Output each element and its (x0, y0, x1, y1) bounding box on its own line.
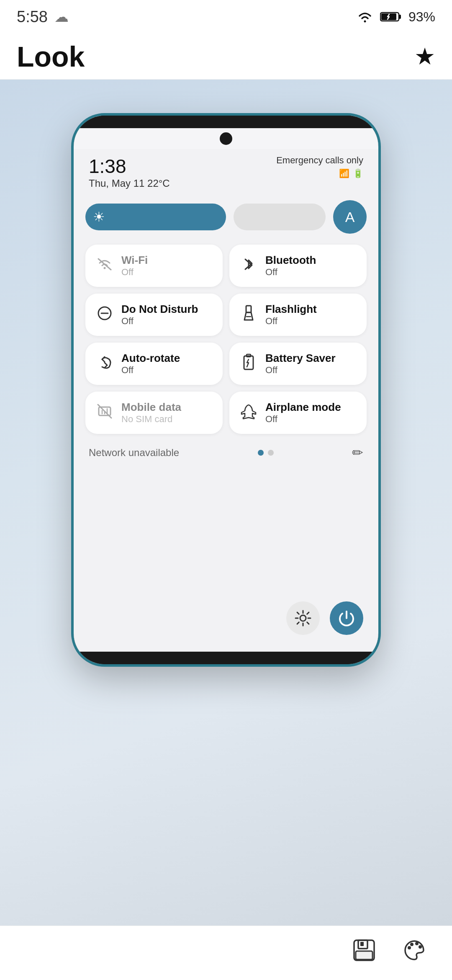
screen-spacer (74, 467, 378, 593)
brightness-row[interactable]: ☀ A (74, 193, 378, 240)
brightness-auto-button[interactable]: A (333, 200, 367, 234)
page-dot-active (258, 450, 264, 456)
svg-point-20 (419, 945, 422, 949)
wifi-tile-status: Off (121, 267, 148, 278)
svg-rect-6 (246, 306, 251, 312)
dnd-tile-text: Do Not Disturb Off (121, 303, 198, 327)
edit-icon[interactable]: ✏ (352, 445, 363, 461)
wifi-tile-icon (95, 258, 114, 274)
wifi-tile-text: Wi-Fi Off (121, 254, 148, 278)
brightness-sun-icon: ☀ (93, 209, 105, 225)
app-header: Look ★ (0, 34, 452, 80)
airplane-tile[interactable]: Airplane mode Off (229, 392, 367, 434)
mobile-data-tile-status: No SIM card (121, 414, 181, 425)
dnd-tile-status: Off (121, 316, 198, 327)
bluetooth-tile-status: Off (265, 267, 316, 278)
svg-point-17 (408, 946, 411, 949)
bluetooth-tile[interactable]: Bluetooth Off (229, 245, 367, 287)
phone-time: 1:38 (89, 155, 170, 178)
airplane-tile-text: Airplane mode Off (265, 401, 341, 425)
wifi-tile-label: Wi-Fi (121, 254, 148, 267)
battery-percent: 93% (408, 9, 435, 25)
phone-status-bar: 1:38 Thu, May 11 22°C Emergency calls on… (74, 149, 378, 193)
page-indicator (258, 450, 274, 456)
flashlight-tile-icon (239, 305, 258, 325)
star-icon[interactable]: ★ (414, 43, 435, 70)
status-bar: 5:58 ☁ 93% (0, 0, 452, 34)
phone-bottom-buttons (74, 593, 378, 652)
dnd-tile[interactable]: Do Not Disturb Off (85, 294, 223, 336)
app-title: Look (17, 40, 85, 73)
phone-settings-button[interactable] (286, 601, 320, 635)
phone-screen: 1:38 Thu, May 11 22°C Emergency calls on… (74, 149, 378, 652)
status-left: 5:58 ☁ (17, 8, 69, 26)
autorotate-tile-text: Auto-rotate Off (121, 352, 180, 376)
airplane-tile-label: Airplane mode (265, 401, 341, 414)
phone-power-button[interactable] (330, 601, 363, 635)
status-time: 5:58 (17, 8, 48, 26)
airplane-tile-icon (239, 403, 258, 423)
network-unavailable-text: Network unavailable (89, 447, 179, 459)
flashlight-tile-text: Flashlight Off (265, 303, 317, 327)
phone-mockup: 1:38 Thu, May 11 22°C Emergency calls on… (71, 113, 381, 667)
network-row: Network unavailable ✏ (74, 438, 378, 467)
battery-saver-tile[interactable]: Battery Saver Off (229, 343, 367, 385)
svg-rect-15 (356, 951, 372, 959)
svg-rect-16 (360, 942, 364, 946)
cloud-icon: ☁ (54, 8, 69, 25)
svg-point-18 (410, 943, 413, 946)
phone-wifi-icon: 📶 (339, 168, 349, 178)
phone-camera-notch (220, 132, 232, 145)
palette-icon[interactable] (402, 938, 427, 968)
brightness-slider[interactable]: ☀ (85, 204, 226, 230)
wifi-tile[interactable]: Wi-Fi Off (85, 245, 223, 287)
phone-emergency-text: Emergency calls only (276, 155, 363, 166)
phone-date: Thu, May 11 22°C (89, 178, 170, 189)
auto-brightness-icon: A (345, 209, 355, 225)
page-dot-inactive (268, 450, 274, 456)
phone-bottom-bar (74, 652, 378, 664)
autorotate-tile-status: Off (121, 365, 180, 376)
bluetooth-tile-label: Bluetooth (265, 254, 316, 267)
bluetooth-tile-icon (239, 257, 258, 275)
save-icon[interactable] (352, 938, 377, 968)
status-right: 93% (357, 9, 435, 25)
flashlight-tile-label: Flashlight (265, 303, 317, 316)
autorotate-tile[interactable]: Auto-rotate Off (85, 343, 223, 385)
battery-saver-tile-icon (239, 353, 258, 374)
battery-saver-tile-label: Battery Saver (265, 352, 336, 365)
phone-battery-icon: 🔋 (353, 168, 363, 178)
phone-status-right: Emergency calls only 📶 🔋 (276, 155, 363, 178)
bluetooth-tile-text: Bluetooth Off (265, 254, 316, 278)
phone-status-icons: 📶 🔋 (276, 168, 363, 178)
quick-tiles-grid: Wi-Fi Off Bluetooth Off (74, 240, 378, 438)
mobile-data-tile-text: Mobile data No SIM card (121, 401, 181, 425)
main-content: 1:38 Thu, May 11 22°C Emergency calls on… (0, 80, 452, 926)
dnd-tile-icon (95, 306, 114, 324)
svg-rect-2 (399, 15, 401, 19)
battery-saver-tile-text: Battery Saver Off (265, 352, 336, 376)
brightness-right-track (234, 204, 326, 230)
battery-saver-tile-status: Off (265, 365, 336, 376)
mobile-data-tile-label: Mobile data (121, 401, 181, 414)
mobile-data-tile-icon (95, 404, 114, 422)
flashlight-tile-status: Off (265, 316, 317, 327)
dnd-tile-label: Do Not Disturb (121, 303, 198, 316)
phone-status-left: 1:38 Thu, May 11 22°C (89, 155, 170, 189)
autorotate-tile-icon (95, 354, 114, 374)
flashlight-tile[interactable]: Flashlight Off (229, 294, 367, 336)
svg-point-19 (415, 942, 419, 945)
bottom-nav (0, 926, 452, 980)
battery-icon (380, 11, 402, 23)
airplane-tile-status: Off (265, 414, 341, 425)
wifi-icon (357, 10, 373, 24)
phone-top-bar (74, 116, 378, 128)
autorotate-tile-label: Auto-rotate (121, 352, 180, 365)
mobile-data-tile[interactable]: Mobile data No SIM card (85, 392, 223, 434)
svg-point-12 (300, 615, 306, 621)
phone-notch-area (74, 128, 378, 149)
